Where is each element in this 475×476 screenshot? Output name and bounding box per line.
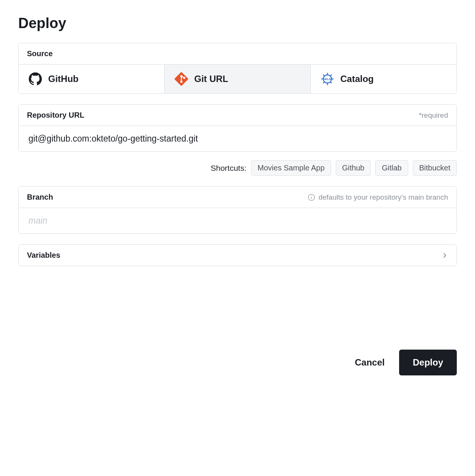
source-tabs: GitHub Git URL HELM Catalog: [19, 65, 456, 93]
deploy-button[interactable]: Deploy: [399, 350, 457, 375]
svg-line-10: [330, 75, 332, 76]
cancel-button[interactable]: Cancel: [351, 350, 388, 375]
tab-catalog-label: Catalog: [340, 74, 374, 84]
branch-panel: Branch defaults to your repository's mai…: [18, 186, 457, 234]
repo-header-label: Repository URL: [27, 111, 84, 120]
svg-line-11: [323, 82, 324, 83]
git-icon: [175, 72, 188, 86]
shortcut-movies[interactable]: Movies Sample App: [251, 160, 331, 176]
branch-hint: defaults to your repository's main branc…: [308, 193, 448, 202]
helm-icon: HELM: [321, 72, 334, 86]
source-header-label: Source: [27, 49, 53, 58]
branch-header: Branch defaults to your repository's mai…: [19, 187, 456, 208]
repo-header: Repository URL *required: [19, 105, 456, 126]
tab-catalog[interactable]: HELM Catalog: [311, 65, 456, 93]
branch-hint-text: defaults to your repository's main branc…: [318, 193, 448, 202]
github-icon: [28, 72, 42, 86]
shortcut-github[interactable]: Github: [336, 160, 371, 176]
required-tag: *required: [419, 111, 448, 120]
tab-giturl[interactable]: Git URL: [165, 65, 311, 93]
footer-actions: Cancel Deploy: [18, 350, 457, 375]
tab-github-label: GitHub: [48, 74, 79, 84]
repo-url-input[interactable]: [19, 126, 456, 151]
branch-header-label: Branch: [27, 193, 53, 202]
info-icon: [308, 194, 315, 201]
svg-point-15: [311, 195, 312, 196]
chevron-right-icon: [441, 252, 448, 259]
svg-line-8: [323, 75, 324, 76]
shortcut-gitlab[interactable]: Gitlab: [375, 160, 408, 176]
shortcuts-row: Shortcuts: Movies Sample App Github Gitl…: [18, 160, 457, 176]
shortcuts-label: Shortcuts:: [211, 164, 247, 173]
variables-header[interactable]: Variables: [19, 245, 456, 266]
source-panel: Source GitHub Git URL HELM Catalog: [18, 43, 457, 94]
svg-line-9: [330, 82, 332, 83]
svg-text:HELM: HELM: [323, 77, 332, 81]
variables-panel: Variables: [18, 244, 457, 266]
repo-panel: Repository URL *required: [18, 104, 457, 152]
tab-giturl-label: Git URL: [194, 74, 228, 84]
shortcut-bitbucket[interactable]: Bitbucket: [413, 160, 457, 176]
page-title: Deploy: [18, 15, 457, 32]
variables-header-label: Variables: [27, 251, 60, 260]
tab-github[interactable]: GitHub: [19, 65, 165, 93]
branch-input[interactable]: [19, 208, 456, 233]
source-header: Source: [19, 43, 456, 65]
